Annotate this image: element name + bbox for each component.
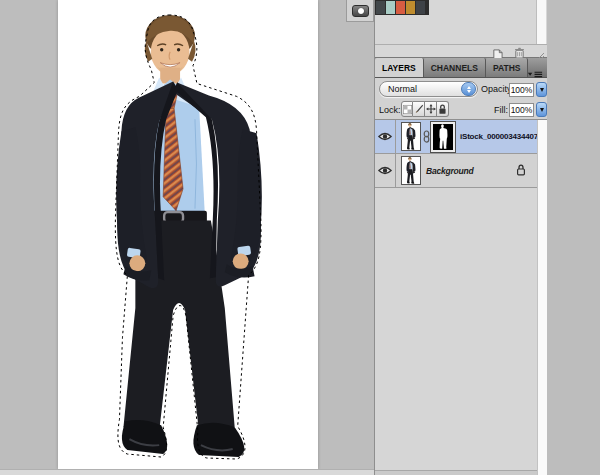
layers-scrollbar[interactable] [537, 120, 547, 475]
swatches-panel [375, 0, 547, 58]
dropdown-stepper-icon [461, 82, 476, 96]
layer-controls: Normal Opacity: 100% Lock: [375, 78, 547, 120]
lock-icon [516, 162, 526, 180]
opacity-input[interactable]: 100% [509, 83, 534, 97]
lock-pixels-button[interactable] [413, 101, 425, 117]
tab-paths[interactable]: PATHS [486, 58, 529, 77]
lock-buttons [401, 101, 449, 117]
blend-mode-value: Normal [380, 84, 461, 94]
swatches-scrollbar[interactable] [536, 0, 546, 44]
layer-row-istock[interactable]: iStock_000003434407.. [375, 120, 537, 154]
document-window-bottom-edge [0, 469, 374, 475]
panel-dock: LAYERS CHANNELS PATHS Normal Opacity: 10… [375, 0, 547, 475]
panel-tabbar: LAYERS CHANNELS PATHS [375, 58, 547, 78]
visibility-toggle[interactable] [375, 120, 396, 153]
lock-label: Lock: [379, 105, 401, 115]
layer-name[interactable]: Background [426, 166, 474, 176]
fill-dropdown-arrow-icon[interactable] [536, 102, 547, 117]
collapsed-panel-dock [346, 0, 374, 22]
lock-transparency-icon [403, 105, 412, 114]
link-icon [421, 130, 431, 143]
layer-list: iStock_000003434407.. Background [375, 120, 547, 188]
opacity-dropdown-arrow-icon[interactable] [536, 82, 547, 97]
fill-input[interactable]: 100% [509, 103, 534, 117]
canvas-area [0, 0, 374, 475]
visibility-toggle[interactable] [375, 154, 396, 187]
man-photo-layer[interactable] [113, 10, 265, 462]
swatch[interactable] [396, 1, 405, 14]
swatch-strip [375, 0, 429, 15]
swatch[interactable] [386, 1, 395, 14]
lock-position-button[interactable] [425, 101, 437, 117]
layer-thumbnail[interactable] [401, 122, 421, 151]
layers-panel: LAYERS CHANNELS PATHS Normal Opacity: 10… [375, 58, 547, 475]
tab-paths-label: PATHS [493, 63, 521, 73]
swatch[interactable] [376, 1, 385, 14]
swatch[interactable] [416, 1, 425, 14]
fill-label: Fill: [494, 105, 508, 115]
layer-thumbnail[interactable] [401, 156, 421, 185]
layers-panel-bottom-edge [375, 470, 537, 475]
layer-name[interactable]: iStock_000003434407.. [460, 132, 542, 141]
lock-position-icon [426, 104, 436, 114]
tab-layers[interactable]: LAYERS [375, 58, 424, 77]
layer-mask-thumbnail[interactable] [431, 122, 455, 152]
swatch[interactable] [406, 1, 415, 14]
lock-pixels-icon [414, 104, 424, 114]
masks-panel-icon[interactable] [352, 5, 369, 17]
tab-channels-label: CHANNELS [431, 63, 478, 73]
document-canvas[interactable] [58, 0, 318, 469]
lock-transparency-button[interactable] [401, 101, 413, 117]
lock-icon [438, 104, 447, 115]
eye-icon [378, 166, 392, 175]
eye-icon [378, 132, 392, 141]
tab-channels[interactable]: CHANNELS [424, 58, 486, 77]
tab-layers-label: LAYERS [382, 63, 416, 73]
layer-row-background[interactable]: Background [375, 154, 537, 188]
blend-mode-select[interactable]: Normal [379, 81, 478, 97]
lock-all-button[interactable] [437, 101, 449, 117]
